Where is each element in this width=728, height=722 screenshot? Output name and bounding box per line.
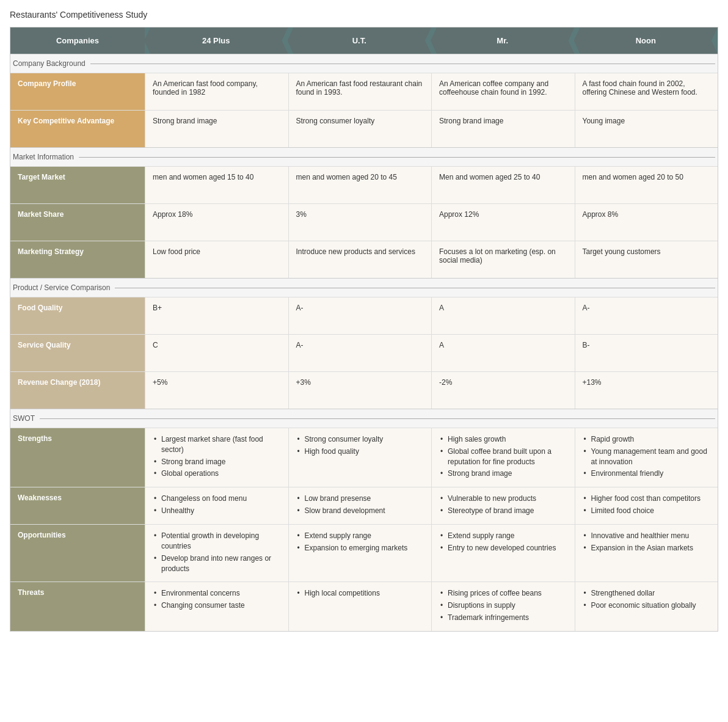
- data-cell-1-0-2: Men and women aged 25 to 40: [431, 167, 575, 203]
- list-item: Vulnerable to new products: [439, 494, 567, 504]
- data-cell-1-1-3: Approx 8%: [575, 204, 718, 241]
- row-label-3-3: Threats: [10, 582, 145, 630]
- section-header-1: Market Information: [10, 147, 718, 166]
- data-row-0-0: Company ProfileAn American fast food com…: [10, 73, 718, 110]
- list-item: Innovative and healthier menu: [583, 531, 711, 541]
- data-cell-1-1-1: 3%: [288, 204, 432, 241]
- list-item: Slow brand development: [296, 506, 424, 516]
- data-cell-3-1-3: Higher food cost than competitorsLimited…: [575, 487, 718, 524]
- header-ut: U.T.: [288, 27, 432, 54]
- data-row-3-0: StrengthsLargest market share (fast food…: [10, 428, 718, 487]
- data-cell-0-0-0: An American fast food company, founded i…: [145, 73, 288, 110]
- row-label-3-1: Weaknesses: [10, 487, 145, 524]
- data-cell-2-1-1: A-: [288, 335, 432, 371]
- list-item: Young management team and good at innova…: [583, 447, 711, 467]
- list-item: Global coffee brand built upon a reputat…: [439, 447, 567, 467]
- data-row-1-1: Market ShareApprox 18%3%Approx 12%Approx…: [10, 203, 718, 241]
- section-header-3: SWOT: [10, 409, 718, 428]
- list-item: Disruptions in supply: [439, 600, 567, 611]
- section-header-2: Product / Service Comparison: [10, 278, 718, 297]
- list-item: Trademark infringements: [439, 613, 567, 623]
- list-item: Poor economic situation globally: [583, 600, 711, 611]
- section-line-0: [90, 64, 715, 64]
- list-item: Low brand presense: [296, 494, 424, 504]
- data-cell-2-1-2: A: [431, 335, 575, 371]
- data-cell-1-0-3: men and women aged 20 to 50: [575, 167, 718, 203]
- list-item: Unhealthy: [153, 506, 281, 516]
- data-cell-0-1-0: Strong brand image: [145, 111, 288, 147]
- data-cell-2-2-0: +5%: [145, 372, 288, 409]
- data-row-2-0: Food QualityB+A-AA-: [10, 297, 718, 334]
- data-row-1-2: Marketing StrategyLow food priceIntroduc…: [10, 241, 718, 278]
- list-item: Global operations: [153, 469, 281, 479]
- list-item: Develop brand into new ranges or product…: [153, 553, 281, 574]
- row-label-2-1: Service Quality: [10, 335, 145, 371]
- data-cell-1-0-0: men and women aged 15 to 40: [145, 167, 288, 203]
- data-row-3-2: OpportunitiesPotential growth in develop…: [10, 524, 718, 582]
- table-body: Company Background Company ProfileAn Ame…: [10, 54, 718, 631]
- data-cell-3-0-2: High sales growthGlobal coffee brand bui…: [431, 428, 575, 487]
- data-cell-1-1-0: Approx 18%: [145, 204, 288, 241]
- row-label-1-0: Target Market: [10, 167, 145, 203]
- data-cell-2-0-1: A-: [288, 297, 432, 334]
- data-cell-1-2-3: Target young customers: [575, 241, 718, 278]
- section-header-0: Company Background: [10, 54, 718, 73]
- data-cell-1-2-0: Low food price: [145, 241, 288, 278]
- list-item: Extend supply range: [296, 531, 424, 541]
- list-item: Environmental friendly: [583, 469, 711, 479]
- list-item: Changeless on food menu: [153, 494, 281, 504]
- data-cell-0-1-2: Strong brand image: [431, 111, 575, 147]
- list-item: Entry to new developed countries: [439, 543, 567, 553]
- data-row-2-1: Service QualityCA-AB-: [10, 334, 718, 371]
- list-item: Expansion in the Asian markets: [583, 543, 711, 553]
- list-item: Rapid growth: [583, 434, 711, 445]
- data-cell-1-0-1: men and women aged 20 to 45: [288, 167, 432, 203]
- list-item: Potential growth in developing countries: [153, 531, 281, 552]
- row-label-1-2: Marketing Strategy: [10, 241, 145, 278]
- data-cell-2-0-2: A: [431, 297, 575, 334]
- data-cell-1-2-1: Introduce new products and services: [288, 241, 432, 278]
- row-label-2-2: Revenue Change (2018): [10, 372, 145, 409]
- data-cell-2-2-2: -2%: [431, 372, 575, 409]
- section-line-1: [79, 157, 715, 158]
- list-item: Strong brand image: [153, 457, 281, 467]
- page-title: Restaurants' Competitiveness Study: [10, 10, 718, 20]
- list-item: Largest market share (fast food sector): [153, 434, 281, 455]
- list-item: Strong brand image: [439, 469, 567, 479]
- list-item: High food quality: [296, 447, 424, 457]
- data-cell-3-2-0: Potential growth in developing countries…: [145, 525, 288, 582]
- list-item: High sales growth: [439, 434, 567, 445]
- section-label-0: Company Background: [13, 59, 86, 68]
- data-cell-3-0-0: Largest market share (fast food sector)S…: [145, 428, 288, 487]
- data-cell-3-2-2: Extend supply rangeEntry to new develope…: [431, 525, 575, 582]
- data-cell-0-1-1: Strong consumer loyalty: [288, 111, 432, 147]
- row-label-0-1: Key Competitive Advantage: [10, 111, 145, 147]
- list-item: Limited food choice: [583, 506, 711, 516]
- data-cell-3-0-3: Rapid growthYoung management team and go…: [575, 428, 718, 487]
- section-line-3: [40, 418, 715, 419]
- data-row-0-1: Key Competitive AdvantageStrong brand im…: [10, 110, 718, 147]
- list-item: Expansion to emerging markets: [296, 543, 424, 553]
- list-item: Extend supply range: [439, 531, 567, 541]
- data-cell-2-2-3: +13%: [575, 372, 718, 409]
- data-cell-3-2-1: Extend supply rangeExpansion to emerging…: [288, 525, 432, 582]
- header-24plus: 24 Plus: [144, 27, 288, 54]
- row-label-2-0: Food Quality: [10, 297, 145, 334]
- data-cell-3-2-3: Innovative and healthier menuExpansion i…: [575, 525, 718, 582]
- data-cell-3-3-1: High local competitions: [288, 582, 432, 630]
- data-row-3-3: ThreatsEnvironmental concernsChanging co…: [10, 582, 718, 630]
- row-label-0-0: Company Profile: [10, 73, 145, 110]
- list-item: Changing consumer taste: [153, 600, 281, 611]
- header-companies: Companies: [10, 27, 145, 54]
- list-item: High local competitions: [296, 588, 424, 599]
- data-cell-1-2-2: Focuses a lot on marketing (esp. on soci…: [431, 241, 575, 278]
- data-cell-2-1-3: B-: [575, 335, 718, 371]
- data-cell-2-0-3: A-: [575, 297, 718, 334]
- data-cell-3-0-1: Strong consumer loyaltyHigh food quality: [288, 428, 432, 487]
- main-table: Companies 24 Plus U.T. Mr. Noon Company …: [10, 27, 718, 632]
- section-label-2: Product / Service Comparison: [13, 283, 110, 292]
- data-cell-3-1-1: Low brand presenseSlow brand development: [288, 487, 432, 524]
- section-line-2: [115, 288, 715, 288]
- data-cell-0-0-2: An American coffee company and coffeehou…: [431, 73, 575, 110]
- data-cell-0-1-3: Young image: [575, 111, 718, 147]
